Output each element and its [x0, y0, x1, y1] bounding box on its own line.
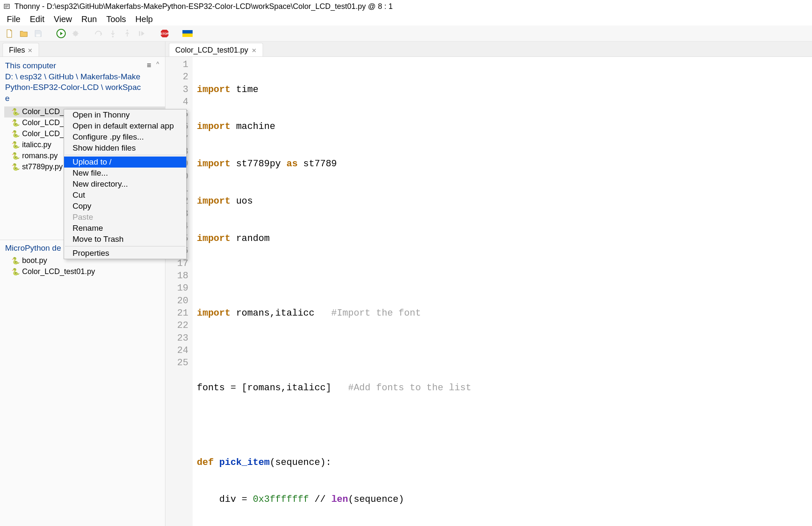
context-menu[interactable]: Open in ThonnyOpen in default external a… [64, 109, 187, 259]
titlebar: Thonny - D:\esp32\GitHub\Makerfabs-MakeP… [0, 0, 812, 13]
context-menu-item[interactable]: New directory... [64, 179, 186, 190]
editor-tab-label: Color_LCD_test01.py [175, 46, 248, 55]
menu-help[interactable]: Help [131, 14, 157, 25]
files-tab-label: Files [9, 46, 25, 55]
code-area[interactable]: 1234567891011121314151617181920212223242… [165, 57, 812, 526]
file-name: romans.py [22, 151, 58, 160]
context-menu-item[interactable]: Open in default external app [64, 120, 186, 132]
context-menu-item[interactable]: Move to Trash [64, 234, 186, 245]
python-file-icon: 🐍 [12, 163, 20, 171]
file-name: boot.py [22, 256, 47, 265]
context-menu-item[interactable]: New file... [64, 168, 186, 179]
code-content[interactable]: import time import machine import st7789… [193, 57, 572, 526]
files-pane-tabs: Files ✕ [0, 42, 165, 57]
context-menu-item[interactable]: Properties [64, 248, 186, 259]
menu-view[interactable]: View [50, 14, 76, 25]
svg-rect-10 [182, 34, 193, 37]
app-icon [3, 3, 11, 10]
step-out-button[interactable] [121, 28, 133, 39]
stop-button[interactable]: STOP [159, 28, 171, 39]
menu-edit[interactable]: Edit [25, 14, 48, 25]
run-button[interactable] [55, 28, 67, 39]
context-menu-separator [65, 155, 185, 155]
svg-point-5 [126, 29, 128, 31]
file-name: italicc.py [22, 140, 51, 149]
close-icon[interactable]: ✕ [28, 47, 33, 54]
context-menu-separator [65, 246, 185, 246]
python-file-icon: 🐍 [12, 119, 20, 127]
debug-button[interactable] [70, 28, 81, 39]
menubar: File Edit View Run Tools Help [0, 13, 812, 25]
svg-rect-6 [139, 31, 140, 36]
resume-button[interactable] [136, 28, 148, 39]
python-file-icon: 🐍 [12, 141, 20, 149]
context-menu-item[interactable]: Show hidden files [64, 143, 186, 154]
python-file-icon: 🐍 [12, 108, 20, 116]
file-name: Color_LCD_ [22, 129, 64, 138]
python-file-icon: 🐍 [12, 257, 20, 265]
python-file-icon: 🐍 [12, 152, 20, 160]
collapse-icon[interactable]: ^ [154, 60, 161, 70]
file-name: Color_LCD_ [22, 118, 64, 127]
menu-file[interactable]: File [3, 14, 25, 25]
file-name: Color_LCD_ [22, 107, 64, 116]
close-icon[interactable]: ✕ [252, 47, 257, 54]
step-into-button[interactable] [107, 28, 119, 39]
python-file-icon: 🐍 [12, 130, 20, 138]
context-menu-item[interactable]: Cut [64, 190, 186, 201]
save-button[interactable] [32, 28, 44, 39]
file-row[interactable]: 🐍 Color_LCD_test01.py [4, 266, 165, 277]
python-file-icon: 🐍 [12, 268, 20, 276]
context-menu-item[interactable]: Upload to / [64, 157, 186, 168]
menu-tools[interactable]: Tools [102, 14, 130, 25]
this-computer-label[interactable]: This computer [5, 60, 144, 71]
context-menu-item[interactable]: Open in Thonny [64, 109, 186, 120]
editor-tabs: Color_LCD_test01.py ✕ [165, 42, 812, 57]
svg-point-4 [112, 36, 114, 37]
hamburger-icon[interactable]: ≡ [144, 60, 154, 70]
file-name: st7789py.py [22, 162, 63, 171]
context-menu-item[interactable]: Copy [64, 201, 186, 212]
step-over-button[interactable] [92, 28, 104, 39]
files-tab[interactable]: Files ✕ [3, 43, 39, 56]
open-file-button[interactable] [18, 28, 30, 39]
svg-rect-9 [182, 30, 193, 34]
context-menu-item: Paste [64, 212, 186, 223]
flag-icon[interactable] [182, 28, 193, 39]
toolbar: STOP [0, 25, 812, 42]
svg-rect-1 [36, 34, 40, 36]
context-menu-item[interactable]: Rename [64, 223, 186, 234]
current-path[interactable]: D: \ esp32 \ GitHub \ Makerfabs-MakePyth… [5, 71, 144, 104]
editor-pane: Color_LCD_test01.py ✕ 123456789101112131… [165, 42, 812, 526]
editor-tab[interactable]: Color_LCD_test01.py ✕ [169, 43, 263, 56]
file-name: Color_LCD_test01.py [22, 267, 95, 276]
svg-text:STOP: STOP [161, 32, 169, 35]
files-header: This computer D: \ esp32 \ GitHub \ Make… [0, 57, 165, 106]
context-menu-item[interactable]: Configure .py files... [64, 132, 186, 143]
new-file-button[interactable] [3, 28, 15, 39]
menu-run[interactable]: Run [77, 14, 101, 25]
window-title: Thonny - D:\esp32\GitHub\Makerfabs-MakeP… [14, 2, 393, 11]
